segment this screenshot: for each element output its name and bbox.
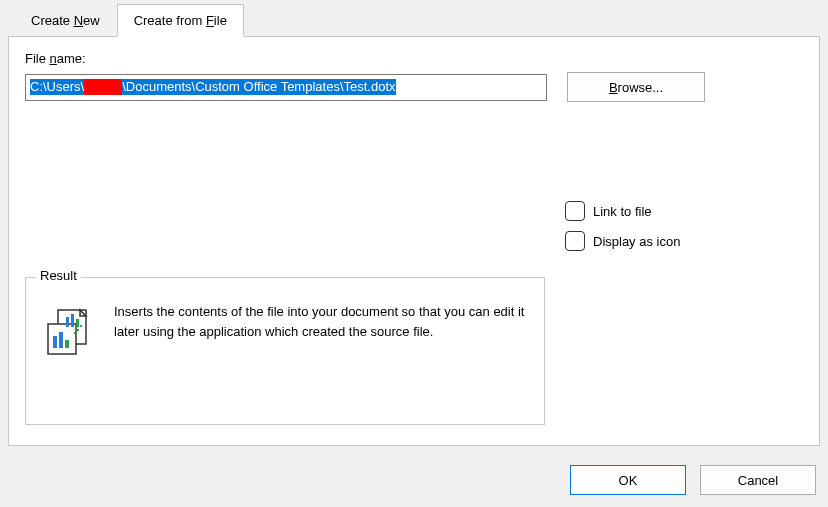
file-name-label: File name: [25, 51, 803, 66]
link-to-file-checkbox[interactable]: Link to file [565, 201, 680, 221]
svg-point-6 [80, 325, 82, 327]
svg-rect-11 [76, 319, 79, 327]
tab-create-new[interactable]: Create New [14, 4, 117, 37]
tab-create-from-file[interactable]: Create from File [117, 4, 244, 37]
redacted-username [84, 79, 122, 95]
ok-button-label: OK [619, 473, 638, 488]
svg-rect-4 [59, 332, 63, 348]
tab-bar: Create New Create from File [0, 0, 828, 37]
cancel-button[interactable]: Cancel [700, 465, 816, 495]
display-as-icon-checkbox[interactable]: Display as icon [565, 231, 680, 251]
file-name-value: C:\Users\\Documents\Custom Office Templa… [30, 79, 396, 96]
options-group: Link to file Display as icon [565, 201, 680, 251]
result-groupbox: Result Inserts the conten [25, 277, 545, 425]
link-to-file-label: Link to file [593, 204, 652, 219]
dialog-buttons: OK Cancel [570, 465, 816, 495]
cancel-button-label: Cancel [738, 473, 778, 488]
svg-rect-9 [66, 317, 69, 327]
display-as-icon-label: Display as icon [593, 234, 680, 249]
file-name-input[interactable]: C:\Users\\Documents\Custom Office Templa… [25, 74, 547, 101]
svg-rect-3 [53, 336, 57, 348]
tab-label: Create from File [134, 13, 227, 28]
svg-rect-10 [71, 314, 74, 327]
panel-create-from-file: File name: C:\Users\\Documents\Custom Of… [8, 36, 820, 446]
result-legend: Result [36, 268, 81, 283]
browse-button[interactable]: Browse... [567, 72, 705, 102]
tab-label: Create New [31, 13, 100, 28]
result-text: Inserts the contents of the file into yo… [114, 302, 526, 341]
checkbox-icon [565, 231, 585, 251]
ok-button[interactable]: OK [570, 465, 686, 495]
checkbox-icon [565, 201, 585, 221]
svg-point-8 [74, 332, 76, 334]
insert-object-icon [44, 306, 96, 358]
svg-rect-5 [65, 340, 69, 348]
svg-point-7 [77, 329, 79, 331]
